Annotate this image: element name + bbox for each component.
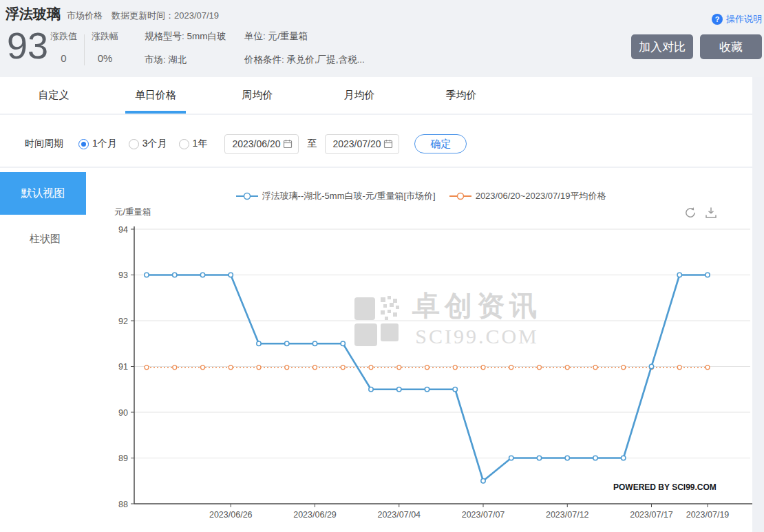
unit-label: 单位: 元/重量箱 [244, 30, 365, 43]
update-time: 数据更新时间：2023/07/19 [112, 10, 219, 22]
market-price-label: 市场价格 [67, 10, 103, 22]
market-label: 市场: 湖北 [145, 54, 226, 66]
spec-market-block: 规格型号: 5mm白玻 市场: 湖北 [145, 30, 226, 66]
add-compare-button[interactable]: 加入对比 [631, 34, 693, 59]
radio-1-year[interactable]: 1年 [179, 138, 208, 150]
chart-panel: 默认视图 柱状图 浮法玻璃--湖北-5mm白玻-元/重量箱[市场价] 2023/… [0, 168, 752, 532]
svg-text:93: 93 [118, 270, 128, 280]
spec-label: 规格型号: 5mm白玻 [145, 30, 226, 43]
favorite-button[interactable]: 收藏 [700, 34, 762, 59]
svg-text:2023/06/26: 2023/06/26 [209, 510, 253, 520]
tab-quarterly-avg[interactable]: 季均价 [410, 77, 512, 114]
svg-text:2023/07/04: 2023/07/04 [377, 510, 421, 520]
radio-3-month[interactable]: 3个月 [129, 138, 167, 150]
update-time-label: 数据更新时间： [112, 10, 174, 21]
end-date-input[interactable]: 2023/07/20 [325, 134, 399, 154]
radio-dot-icon [78, 139, 89, 149]
svg-text:92: 92 [118, 317, 128, 326]
start-date-input[interactable]: 2023/06/20 [224, 134, 299, 154]
change-value-block: 涨跌值 0 [50, 30, 77, 64]
tab-bar: 自定义 单日价格 周均价 月均价 季均价 [0, 77, 752, 114]
svg-text:90: 90 [118, 408, 128, 418]
condition-label: 价格条件: 承兑价,厂提,含税... [244, 54, 365, 66]
svg-text:2023/07/07: 2023/07/07 [462, 510, 505, 520]
radio-dot-icon [179, 139, 189, 149]
radio-dot-icon [129, 139, 139, 149]
svg-text:2023/07/12: 2023/07/12 [546, 510, 589, 520]
tab-weekly-avg[interactable]: 周均价 [206, 77, 308, 114]
page-title: 浮法玻璃 [6, 5, 61, 23]
active-tab-underline [125, 111, 186, 114]
change-value: 0 [50, 52, 77, 64]
tab-daily-price[interactable]: 单日价格 [105, 77, 206, 114]
svg-text:89: 89 [118, 454, 128, 463]
unit-condition-block: 单位: 元/重量箱 价格条件: 承兑价,厂提,含税... [244, 30, 365, 66]
legend-line-icon [236, 192, 258, 200]
powered-by-label: POWERED BY SCI99.COM [613, 482, 717, 492]
current-price: 93 [7, 26, 48, 65]
header: 浮法玻璃 市场价格 数据更新时间：2023/07/19 ? 操作说明 93 涨跌… [0, 0, 764, 77]
help-label: 操作说明 [726, 13, 762, 25]
confirm-button[interactable]: 确定 [414, 134, 467, 153]
legend-item-average[interactable]: 2023/06/20~2023/07/19平均价格 [449, 190, 606, 202]
download-icon[interactable] [704, 206, 718, 220]
svg-text:2023/07/19: 2023/07/19 [686, 510, 730, 520]
calendar-icon [283, 139, 293, 149]
change-value-label: 涨跌值 [50, 30, 77, 43]
y-axis-unit-label: 元/重量箱 [114, 206, 151, 218]
svg-text:88: 88 [118, 500, 128, 509]
filter-bar: 时间周期 1个月 3个月 1年 2023/06/20 至 2023/07/20 [0, 115, 752, 167]
question-circle-icon: ? [712, 14, 723, 25]
calendar-icon [383, 139, 393, 149]
svg-text:94: 94 [118, 226, 128, 235]
legend-item-series[interactable]: 浮法玻璃--湖北-5mm白玻-元/重量箱[市场价] [236, 190, 436, 202]
sidebar-item-bar-chart[interactable]: 柱状图 [0, 228, 86, 249]
update-time-value: 2023/07/19 [174, 10, 219, 21]
tab-monthly-avg[interactable]: 月均价 [308, 77, 410, 114]
change-pct-block: 涨跌幅 0% [92, 30, 118, 64]
divider [84, 34, 85, 65]
sidebar-item-default-view[interactable]: 默认视图 [0, 172, 86, 215]
svg-text:91: 91 [118, 362, 128, 372]
period-label: 时间周期 [25, 138, 63, 150]
radio-1-month[interactable]: 1个月 [78, 138, 117, 150]
tab-custom[interactable]: 自定义 [3, 77, 105, 114]
refresh-icon[interactable] [683, 206, 697, 220]
change-pct-label: 涨跌幅 [92, 30, 118, 43]
help-button[interactable]: ? 操作说明 [712, 13, 762, 25]
page: 浮法玻璃 市场价格 数据更新时间：2023/07/19 ? 操作说明 93 涨跌… [0, 0, 764, 532]
legend-line-icon [449, 192, 471, 200]
chart-legend: 浮法玻璃--湖北-5mm白玻-元/重量箱[市场价] 2023/06/20~202… [89, 190, 752, 202]
to-label: 至 [307, 138, 317, 150]
change-pct: 0% [92, 52, 118, 64]
svg-text:2023/06/29: 2023/06/29 [293, 510, 337, 520]
svg-text:2023/07/17: 2023/07/17 [630, 510, 673, 520]
